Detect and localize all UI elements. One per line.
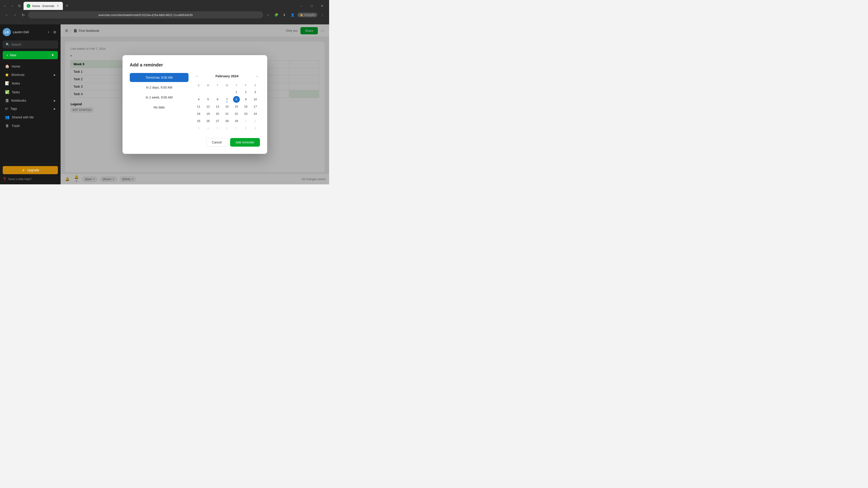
menu-button[interactable]: ⋮ xyxy=(319,12,326,18)
tab-close-button[interactable]: ✕ xyxy=(56,4,60,8)
active-tab[interactable]: E Home - Evernote ✕ xyxy=(24,2,63,10)
cal-day[interactable]: 15 xyxy=(233,103,240,110)
cal-day[interactable]: 3 xyxy=(195,125,202,132)
cal-day[interactable] xyxy=(205,89,212,96)
new-tab-button[interactable]: + xyxy=(64,3,70,9)
cal-day[interactable]: 20 xyxy=(214,110,221,117)
cal-day[interactable]: 23 xyxy=(242,110,249,117)
sidebar: LD Lauren Deli ▼ ⚙ 🔍 Search + New ▼ 🏠 Ho… xyxy=(0,24,61,184)
cal-day[interactable]: 24 xyxy=(252,110,258,117)
cal-day[interactable]: 19 xyxy=(205,110,212,117)
upgrade-label: Upgrade xyxy=(27,168,39,172)
calendar-week-3: 11 12 13 14 15 16 17 xyxy=(194,103,260,110)
sidebar-item-notebooks-label: Notebooks xyxy=(11,99,26,102)
cal-day[interactable]: 18 xyxy=(195,110,202,117)
url-bar[interactable] xyxy=(28,11,263,19)
tab-favicon: E xyxy=(27,4,30,8)
new-icon: + xyxy=(6,53,8,57)
window-minimize-button[interactable]: – xyxy=(296,2,307,9)
cal-day[interactable]: 8 xyxy=(242,125,249,132)
cal-day[interactable]: 17 xyxy=(252,103,258,110)
cal-day[interactable]: 11 xyxy=(195,103,202,110)
download-button[interactable]: ⬇ xyxy=(281,12,287,18)
calendar-prev-button[interactable]: ← xyxy=(194,73,200,79)
cal-day[interactable]: 22 xyxy=(233,110,240,117)
cal-day[interactable]: 2 xyxy=(252,118,258,125)
cal-day[interactable]: 26 xyxy=(205,118,212,125)
chevron-right-icon-notebooks: ▶ xyxy=(54,99,56,102)
cal-day-7[interactable]: 7 xyxy=(223,96,230,103)
cal-day[interactable]: 4 xyxy=(205,125,212,132)
cal-day[interactable]: 2 xyxy=(242,89,249,96)
window-maximize-button[interactable]: □ xyxy=(307,2,317,9)
sidebar-item-notes[interactable]: 📝 Notes xyxy=(1,79,59,88)
sidebar-item-trash[interactable]: 🗑 Trash xyxy=(1,122,59,130)
nav-back-button[interactable]: ← xyxy=(4,12,10,18)
home-icon: 🏠 xyxy=(5,64,9,68)
cal-day[interactable]: 9 xyxy=(242,96,249,103)
settings-button[interactable]: ⚙ xyxy=(52,29,58,35)
browser-back-button[interactable]: ← xyxy=(2,3,8,9)
cal-day[interactable]: 13 xyxy=(214,103,221,110)
quick-option-tomorrow[interactable]: Tomorrow, 9:00 AM xyxy=(130,73,188,82)
upgrade-button[interactable]: ⚡ Upgrade xyxy=(3,166,58,174)
cal-day[interactable]: 27 xyxy=(214,118,221,125)
cal-day[interactable]: 14 xyxy=(223,103,230,110)
cal-day[interactable]: 29 xyxy=(233,118,240,125)
app-container: LD Lauren Deli ▼ ⚙ 🔍 Search + New ▼ 🏠 Ho… xyxy=(0,24,329,184)
cal-day[interactable]: 1 xyxy=(242,118,249,125)
cal-day[interactable] xyxy=(214,89,221,96)
chevron-right-icon-tags: ▶ xyxy=(54,107,56,110)
nav-forward-button[interactable]: → xyxy=(12,12,18,18)
modal-overlay[interactable]: Add a reminder Tomorrow, 9:00 AM In 2 da… xyxy=(61,24,329,184)
avatar: LD xyxy=(3,28,11,36)
cal-day[interactable] xyxy=(223,89,230,96)
browser-chrome: ← → ↻ E Home - Evernote ✕ + – □ ✕ ← → ↻ … xyxy=(0,0,329,24)
cal-day[interactable]: 5 xyxy=(205,96,212,103)
nav-refresh-button[interactable]: ↻ xyxy=(20,12,26,18)
sidebar-item-home[interactable]: 🏠 Home xyxy=(1,62,59,71)
cal-day[interactable] xyxy=(195,89,202,96)
help-link[interactable]: ❓ Need a little help? xyxy=(3,176,58,182)
sidebar-item-shortcuts[interactable]: ⭐ Shortcuts ▶ xyxy=(1,71,59,79)
cal-day[interactable]: 9 xyxy=(252,125,258,132)
cal-day[interactable]: 12 xyxy=(205,103,212,110)
cal-day[interactable]: 5 xyxy=(214,125,221,132)
cal-day[interactable]: 10 xyxy=(252,96,258,103)
search-bar[interactable]: 🔍 Search xyxy=(3,41,58,48)
cal-day[interactable]: 6 xyxy=(214,96,221,103)
cal-day[interactable]: 21 xyxy=(223,110,230,117)
add-reminder-button[interactable]: Add reminder xyxy=(230,138,260,147)
sidebar-item-shared[interactable]: 👥 Shared with Me xyxy=(1,113,59,122)
cal-day[interactable]: 28 xyxy=(223,118,230,125)
quick-option-two-days[interactable]: In 2 days, 9:00 AM xyxy=(130,83,188,92)
cal-day[interactable]: 25 xyxy=(195,118,202,125)
cal-day[interactable]: 4 xyxy=(195,96,202,103)
extensions-button[interactable]: 🧩 xyxy=(273,12,279,18)
calendar-header: ← February 2024 → xyxy=(194,73,260,79)
incognito-label: Incognito xyxy=(304,13,315,17)
cancel-button[interactable]: Cancel xyxy=(206,138,227,147)
browser-forward-button[interactable]: → xyxy=(9,3,16,9)
incognito-indicator: 🕵 Incognito xyxy=(298,13,317,17)
quick-option-no-date[interactable]: No date xyxy=(130,103,188,112)
sidebar-item-tasks[interactable]: ✅ Tasks xyxy=(1,88,59,96)
cal-day[interactable]: 3 xyxy=(252,89,258,96)
cal-day[interactable]: 7 xyxy=(233,125,240,132)
calendar-week-5: 25 26 27 28 29 1 2 xyxy=(194,118,260,125)
sidebar-item-tags[interactable]: 🏷 Tags ▶ xyxy=(1,105,59,113)
new-button[interactable]: + New ▼ xyxy=(3,51,58,59)
cal-day-8-today[interactable]: 8 xyxy=(233,96,240,103)
cal-day[interactable]: 16 xyxy=(242,103,249,110)
cal-day[interactable]: 1 xyxy=(233,89,240,96)
bookmark-button[interactable]: ☆ xyxy=(265,12,271,18)
browser-refresh-button[interactable]: ↻ xyxy=(16,3,23,9)
sidebar-item-notebooks[interactable]: 📓 Notebooks ▶ xyxy=(1,96,59,105)
sidebar-header: LD Lauren Deli ▼ ⚙ xyxy=(0,24,61,40)
quick-option-one-week[interactable]: In 1 week, 9:00 AM xyxy=(130,93,188,102)
profile-button[interactable]: 👤 xyxy=(289,12,296,18)
cal-day[interactable]: 6 xyxy=(223,125,230,132)
calendar-next-button[interactable]: → xyxy=(254,73,260,79)
window-close-button[interactable]: ✕ xyxy=(317,2,327,9)
tab-title: Home - Evernote xyxy=(32,4,54,8)
